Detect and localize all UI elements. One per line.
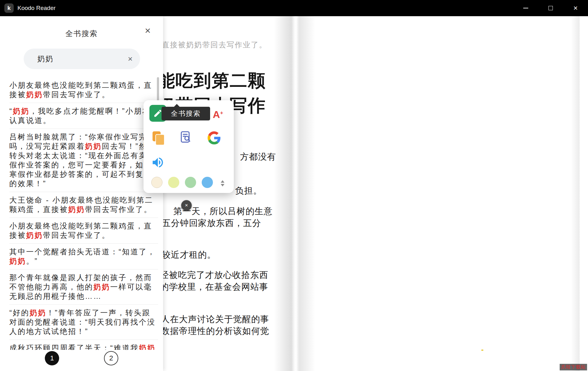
- page-text-fragment: 人在大声讨论关于觉醒的事: [161, 313, 269, 325]
- titlebar: k Koodo Reader ×: [0, 0, 588, 16]
- page-text-fragment: 经被吃完了才放心收拾东西: [160, 269, 268, 281]
- search-result-item[interactable]: “奶奶，我吃多点才能觉醒啊！”小朋友认真说道。: [9, 103, 158, 129]
- left-page-running-header: 直接被奶奶带回去写作业了。: [162, 40, 267, 50]
- clear-search-icon[interactable]: ×: [128, 55, 133, 63]
- cursor-dot: [481, 350, 483, 351]
- maximize-icon: [548, 6, 553, 10]
- search-tooltip: 全书搜索: [162, 107, 210, 120]
- search-result-item[interactable]: 其中一个觉醒者抬头无语道：“知道了，奶奶。”: [9, 244, 158, 270]
- highlight-color-swatch[interactable]: [151, 177, 162, 188]
- pagination: 12: [0, 351, 163, 365]
- search-result-item[interactable]: 成秋巧环顾四周看了半天：“难道我奶奶说的是真的？”: [9, 340, 158, 350]
- translate-icon[interactable]: A+: [210, 108, 223, 121]
- page-text-fragment: 数据帝理性的分析该如何觉: [161, 325, 269, 337]
- minimize-icon: [523, 8, 528, 8]
- watermark: 爪哇下载站: [560, 364, 587, 370]
- maximize-button[interactable]: [538, 0, 563, 16]
- book-spine: [274, 16, 318, 371]
- highlight-color-row: [151, 177, 213, 188]
- search-result-item[interactable]: 小朋友最终也没能吃到第二颗鸡蛋，直接被奶奶带回去写作业了。: [9, 77, 158, 103]
- search-box: ×: [24, 49, 140, 69]
- app-logo-icon: k: [4, 3, 14, 13]
- search-panel: 全书搜索 × × 小朋友最终也没能吃到第二颗鸡蛋，直接被奶奶带回去写作业了。“奶…: [0, 16, 163, 371]
- google-search-icon[interactable]: [208, 131, 221, 144]
- dict-search-icon[interactable]: [178, 130, 193, 144]
- search-result-item[interactable]: “好的奶奶！”青年答应了一声，转头跟对面的觉醒者说道：“明天我们再找个没人的地方…: [9, 305, 158, 340]
- panel-close-icon[interactable]: ×: [145, 26, 151, 35]
- copy-icon[interactable]: [152, 131, 165, 144]
- pen-glyph: [153, 109, 162, 118]
- app-title: Koodo Reader: [17, 0, 56, 16]
- search-result-item[interactable]: 那个青年就像是跟人打架的孩子，然而不管他能力再高，他的奶奶一样可以毫无顾忌的用棍…: [9, 270, 158, 305]
- search-input[interactable]: [24, 49, 140, 69]
- selection-popup: 全书搜索 A+: [143, 100, 234, 193]
- highlight-color-swatch[interactable]: [185, 177, 196, 188]
- page-text-fragment: 五分钟回家放东西，五分: [162, 217, 261, 229]
- search-results: 小朋友最终也没能吃到第二颗鸡蛋，直接被奶奶带回去写作业了。“奶奶，我吃多点才能觉…: [9, 77, 158, 350]
- highlight-color-swatch[interactable]: [168, 177, 179, 188]
- popup-close-button[interactable]: ×: [181, 200, 192, 211]
- close-icon: ×: [573, 4, 578, 12]
- color-sort-control[interactable]: [220, 179, 225, 188]
- arrow-up-icon: [221, 180, 224, 183]
- selection-zoom-line-1: 能吃到第二颗: [158, 69, 266, 93]
- minimize-button[interactable]: [513, 0, 538, 16]
- right-page: 大王饶命 这种分析，基本就是建立在基金会网站公布的那些视频里，对觉醒种类和方式的…: [311, 16, 580, 371]
- search-result-item[interactable]: 吕树当时脸就黑了：“你寒假作业写完了吗，没写完赶紧跟着奶奶回去写！”然后转头对老…: [9, 129, 158, 192]
- search-result-item[interactable]: 大王饶命 - 小朋友最终也没能吃到第二颗鸡蛋，直接被奶奶带回去写作业了。: [9, 192, 158, 218]
- search-panel-title: 全书搜索: [0, 29, 163, 39]
- highlight-color-swatch[interactable]: [202, 177, 213, 188]
- pagination-page-2[interactable]: 2: [104, 351, 118, 365]
- speaker-icon[interactable]: [151, 156, 165, 169]
- window-controls: ×: [513, 0, 588, 16]
- pagination-page-1[interactable]: 1: [45, 351, 59, 365]
- page-text-fragment: 方都没有: [240, 151, 276, 163]
- close-button[interactable]: ×: [563, 0, 588, 16]
- search-result-item[interactable]: 小朋友最终也没能吃到第二颗鸡蛋，直接被奶奶带回去写作业了。: [9, 218, 158, 244]
- page-text-fragment: 较近才租的。: [162, 249, 216, 261]
- page-text-fragment: 的学校里，在基金会网站事: [160, 281, 268, 293]
- arrow-down-icon: [221, 184, 224, 186]
- page-text-fragment: 负担。: [235, 185, 262, 197]
